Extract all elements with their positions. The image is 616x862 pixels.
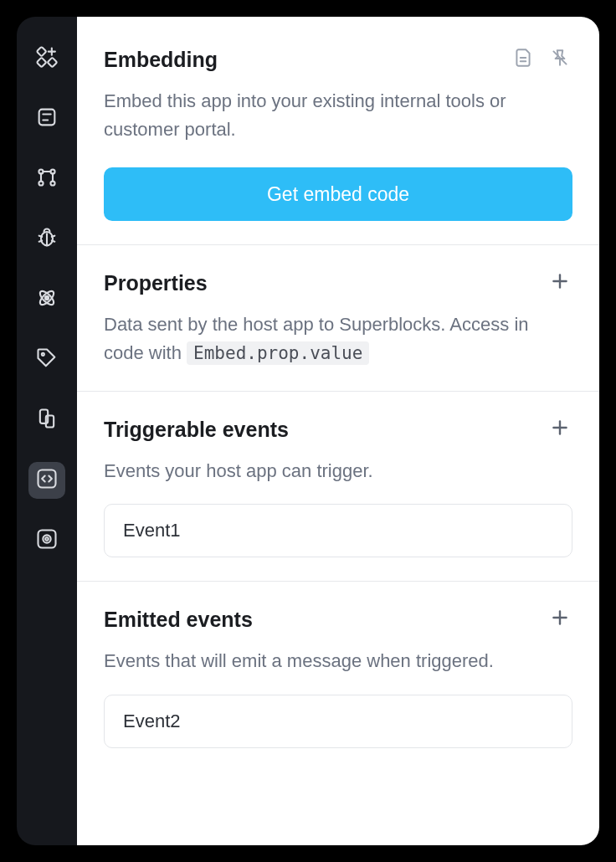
svg-rect-25	[38, 531, 56, 548]
svg-point-18	[45, 296, 49, 300]
plus-icon	[549, 270, 571, 295]
svg-point-27	[45, 537, 49, 541]
pin-button[interactable]	[547, 47, 572, 72]
sidebar-item-workflow[interactable]	[28, 161, 65, 198]
properties-description: Data sent by the host app to Superblocks…	[104, 310, 572, 367]
embedding-description: Embed this app into your existing intern…	[104, 87, 572, 144]
get-embed-code-button[interactable]: Get embed code	[104, 167, 572, 221]
docs-button[interactable]	[511, 47, 536, 72]
plus-icon	[549, 607, 571, 632]
tag-icon	[35, 346, 59, 373]
svg-line-16	[52, 241, 55, 242]
svg-point-26	[43, 535, 50, 542]
section-embedding: Embedding Embed this app into your exist…	[77, 17, 599, 245]
properties-title: Properties	[104, 271, 208, 295]
panel-header-actions	[511, 47, 572, 72]
section-triggerable-events: Triggerable events Events your host app …	[77, 392, 599, 582]
emitted-event-row[interactable]: Event2	[104, 695, 572, 748]
section-emitted-events: Emitted events Events that will emit a m…	[77, 582, 599, 771]
triggerable-event-row[interactable]: Event1	[104, 504, 572, 557]
add-property-button[interactable]	[547, 270, 572, 295]
svg-line-14	[52, 236, 55, 237]
debug-icon	[35, 226, 59, 253]
settings-panel: Embedding Embed this app into your exist…	[77, 17, 599, 845]
triggerable-description: Events your host app can trigger.	[104, 457, 572, 485]
section-properties: Properties Data sent by the host app to …	[77, 245, 599, 392]
svg-rect-0	[37, 47, 47, 57]
svg-rect-5	[39, 110, 55, 126]
triggerable-title: Triggerable events	[104, 418, 289, 442]
properties-code-example: Embed.prop.value	[187, 341, 369, 365]
sidebar-item-code[interactable]	[28, 462, 65, 499]
layout-icon	[35, 105, 59, 132]
workflow-icon	[35, 166, 59, 192]
sidebar-item-atom[interactable]	[28, 281, 65, 318]
svg-rect-4	[48, 58, 58, 68]
svg-point-21	[42, 353, 44, 356]
device-icon	[35, 407, 59, 434]
code-icon	[35, 467, 59, 494]
sidebar-item-layout[interactable]	[28, 100, 65, 137]
app-root: Embedding Embed this app into your exist…	[0, 0, 616, 862]
components-icon	[35, 45, 59, 72]
add-emitted-event-button[interactable]	[547, 607, 572, 632]
preview-icon	[35, 527, 59, 554]
sidebar-item-preview[interactable]	[28, 522, 65, 559]
svg-rect-3	[37, 58, 47, 68]
emitted-title: Emitted events	[104, 608, 253, 632]
sidebar-item-device[interactable]	[28, 402, 65, 439]
sidebar-item-debug[interactable]	[28, 221, 65, 258]
svg-rect-24	[38, 470, 56, 488]
emitted-description: Events that will emit a message when tri…	[104, 647, 572, 675]
sidebar-item-tag[interactable]	[28, 341, 65, 378]
sidebar-item-components[interactable]	[28, 40, 65, 77]
svg-line-13	[39, 236, 43, 237]
add-triggerable-event-button[interactable]	[547, 417, 572, 442]
atom-icon	[35, 286, 59, 313]
sidebar	[17, 17, 77, 845]
plus-icon	[549, 417, 571, 442]
document-icon	[512, 47, 534, 72]
embedding-title: Embedding	[104, 48, 218, 72]
pin-icon	[549, 47, 571, 72]
svg-line-15	[39, 241, 43, 242]
